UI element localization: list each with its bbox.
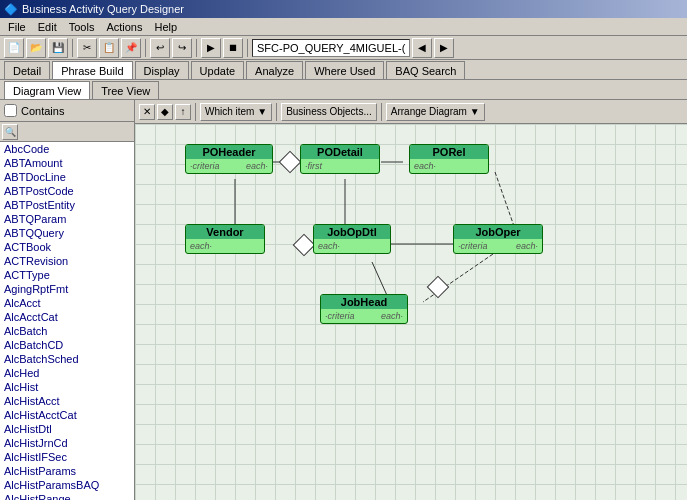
list-item[interactable]: AlcAcctCat (0, 310, 134, 324)
list-item[interactable]: ABTPostEntity (0, 198, 134, 212)
list-item[interactable]: ACTType (0, 268, 134, 282)
list-item[interactable]: AlcBatch (0, 324, 134, 338)
list-item[interactable]: AlcHed (0, 366, 134, 380)
title-text: Business Activity Query Designer (22, 3, 184, 15)
diamond-2 (293, 234, 316, 257)
list-item[interactable]: ABTAmount (0, 156, 134, 170)
tab-baq-search[interactable]: BAQ Search (386, 61, 465, 79)
table-list-panel: AbcCodeABTAmountABTDocLineABTPostCodeABT… (0, 142, 134, 500)
tab-phrase-build[interactable]: Phrase Build (52, 61, 132, 79)
diamond-1 (279, 151, 302, 174)
open-btn[interactable]: 📂 (26, 38, 46, 58)
nav-right[interactable]: ▶ (434, 38, 454, 58)
list-item[interactable]: ACTBook (0, 240, 134, 254)
tab-tree-view[interactable]: Tree View (92, 81, 159, 99)
left-panel: Contains 🔍 AbcCodeABTAmountABTDocLineABT… (0, 100, 135, 500)
list-item[interactable]: AlcHist (0, 380, 134, 394)
diag-sep2 (276, 103, 277, 121)
tab-where-used[interactable]: Where Used (305, 61, 384, 79)
svg-line-2 (495, 172, 515, 229)
list-item[interactable]: AlcHistDtl (0, 422, 134, 436)
tab-diagram-view[interactable]: Diagram View (4, 81, 90, 99)
list-item[interactable]: AlcHistRange (0, 492, 134, 500)
contains-checkbox[interactable] (4, 104, 17, 117)
toolbar: 📄 📂 💾 ✂ 📋 📌 ↩ ↪ ▶ ⏹ SFC-PO_QUERY_4MIGUEL… (0, 36, 687, 60)
list-item[interactable]: ABTDocLine (0, 170, 134, 184)
node-vendor[interactable]: Vendor each· (185, 224, 265, 254)
list-item[interactable]: AlcBatchCD (0, 338, 134, 352)
list-item[interactable]: ACTRevision (0, 254, 134, 268)
tab-analyze[interactable]: Analyze (246, 61, 303, 79)
title-bar: 🔷 Business Activity Query Designer (0, 0, 687, 18)
diag-sep1 (195, 103, 196, 121)
list-item[interactable]: AlcHistParams (0, 464, 134, 478)
list-item[interactable]: AlcAcct (0, 296, 134, 310)
business-objects-btn[interactable]: Business Objects... (281, 103, 377, 121)
cut-btn[interactable]: ✂ (77, 38, 97, 58)
list-item[interactable]: AgingRptFmt (0, 282, 134, 296)
app-icon: 🔷 (4, 3, 18, 16)
list-item[interactable]: AlcHistAcct (0, 394, 134, 408)
which-item-btn[interactable]: Which item ▼ (200, 103, 272, 121)
tab-update[interactable]: Update (191, 61, 244, 79)
list-item[interactable]: AlcHistIFSec (0, 450, 134, 464)
search-btn[interactable]: 🔍 (2, 124, 18, 140)
node-poheader[interactable]: POHeader ·criteria each· (185, 144, 273, 174)
up-btn[interactable]: ↑ (175, 104, 191, 120)
paste-btn[interactable]: 📌 (121, 38, 141, 58)
menu-help[interactable]: Help (148, 20, 183, 34)
stop-btn[interactable]: ⏹ (223, 38, 243, 58)
left-panel-header: Contains (0, 100, 134, 122)
list-item[interactable]: AlcHistAcctCat (0, 408, 134, 422)
redo-btn[interactable]: ↪ (172, 38, 192, 58)
sep4 (247, 39, 248, 57)
left-panel-toolbar: 🔍 (0, 122, 134, 142)
diamond-3 (427, 276, 450, 299)
menu-file[interactable]: File (2, 20, 32, 34)
node-joboper[interactable]: JobOper ·criteria each· (453, 224, 543, 254)
contains-label: Contains (21, 105, 64, 117)
query-name: SFC-PO_QUERY_4MIGUEL-( (252, 39, 410, 57)
list-item[interactable]: AlcHistJrnCd (0, 436, 134, 450)
list-item[interactable]: ABTQParam (0, 212, 134, 226)
menu-edit[interactable]: Edit (32, 20, 63, 34)
tab-detail[interactable]: Detail (4, 61, 50, 79)
diagram-toolbar: ✕ ◆ ↑ Which item ▼ Business Objects... A… (135, 100, 687, 124)
arrange-diagram-btn[interactable]: Arrange Diagram ▼ (386, 103, 485, 121)
sep1 (72, 39, 73, 57)
node-jobopdtl[interactable]: JobOpDtl each· (313, 224, 391, 254)
connections-svg (135, 124, 687, 500)
delete-btn[interactable]: ✕ (139, 104, 155, 120)
copy-btn[interactable]: 📋 (99, 38, 119, 58)
node-podetail[interactable]: PODetail ·first (300, 144, 380, 174)
list-item[interactable]: ABTPostCode (0, 184, 134, 198)
diag-sep3 (381, 103, 382, 121)
list-item[interactable]: ABTQQuery (0, 226, 134, 240)
menu-actions[interactable]: Actions (100, 20, 148, 34)
nav-left[interactable]: ◀ (412, 38, 432, 58)
diagram-canvas: POHeader ·criteria each· PODetail ·first… (135, 124, 687, 500)
menu-tools[interactable]: Tools (63, 20, 101, 34)
view-tab-bar: Diagram View Tree View (0, 80, 687, 100)
new-btn[interactable]: 📄 (4, 38, 24, 58)
list-item[interactable]: AlcBatchSched (0, 352, 134, 366)
main-tab-bar: Detail Phrase Build Display Update Analy… (0, 60, 687, 80)
diamond-btn[interactable]: ◆ (157, 104, 173, 120)
main-content: Contains 🔍 AbcCodeABTAmountABTDocLineABT… (0, 100, 687, 500)
save-btn[interactable]: 💾 (48, 38, 68, 58)
undo-btn[interactable]: ↩ (150, 38, 170, 58)
menu-bar: File Edit Tools Actions Help (0, 18, 687, 36)
list-item[interactable]: AlcHistParamsBAQ (0, 478, 134, 492)
node-porel[interactable]: PORel each· (409, 144, 489, 174)
sep3 (196, 39, 197, 57)
node-jobhead[interactable]: JobHead ·criteria each· (320, 294, 408, 324)
tab-display[interactable]: Display (135, 61, 189, 79)
run-btn[interactable]: ▶ (201, 38, 221, 58)
list-item[interactable]: AbcCode (0, 142, 134, 156)
diagram-area: ✕ ◆ ↑ Which item ▼ Business Objects... A… (135, 100, 687, 500)
sep2 (145, 39, 146, 57)
